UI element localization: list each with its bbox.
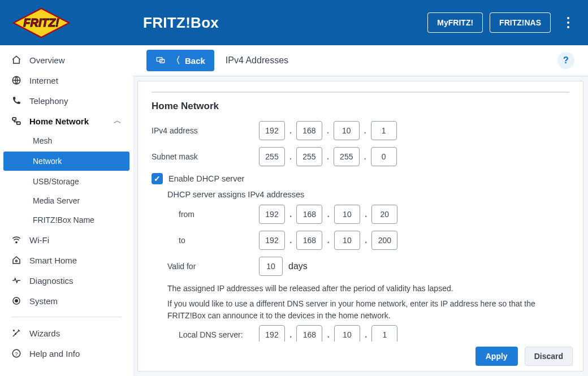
subnet-octet-3[interactable]: [334, 147, 360, 166]
svg-point-10: [15, 334, 16, 335]
myfritz-button[interactable]: MyFRITZ!: [427, 12, 483, 33]
label-dns: Local DNS server:: [179, 330, 259, 339]
sidebar-item-label: Smart Home: [29, 256, 122, 265]
sidebar-item-label: Wi-Fi: [29, 235, 122, 245]
help-button[interactable]: ?: [557, 52, 574, 69]
valid-days-input[interactable]: [259, 257, 283, 276]
svg-text:FRITZ!: FRITZ!: [23, 16, 59, 29]
from-octet-2[interactable]: [296, 205, 322, 224]
dns-octet-4[interactable]: [371, 325, 397, 342]
row-dhcp-to: to . . .: [179, 231, 569, 250]
settings-card: Home Network IPv4 address . . . Subnet m…: [137, 81, 583, 371]
sidebar-item-label: Diagnostics: [29, 276, 122, 286]
ipv4-octet-3[interactable]: [334, 121, 360, 140]
dns-octet-3[interactable]: [334, 325, 360, 342]
ipv4-octet-1[interactable]: [259, 121, 285, 140]
row-enable-dhcp: ✓ Enable DHCP server: [152, 173, 569, 184]
note-dns: If you would like to use a different DNS…: [167, 298, 569, 322]
subnet-octet-2[interactable]: [296, 147, 322, 166]
ipv4-octet-4[interactable]: [371, 121, 397, 140]
wand-icon: [11, 328, 26, 338]
sidebar-sub-usb[interactable]: USB/Storage: [3, 172, 129, 191]
sidebar-sub-mesh[interactable]: Mesh: [3, 131, 129, 150]
row-dhcp-from: from . . .: [179, 205, 569, 224]
divider: [11, 317, 122, 317]
subnet-octet-4[interactable]: [371, 147, 397, 166]
ipv4-octet-2[interactable]: [296, 121, 322, 140]
label-valid: Valid for: [167, 262, 259, 271]
svg-point-6: [16, 260, 18, 262]
help-icon: ?: [11, 348, 26, 358]
chevron-up-icon: ︿: [114, 116, 122, 126]
sidebar-item-system[interactable]: System: [0, 291, 133, 311]
sidebar-sub-network[interactable]: Network: [3, 152, 129, 171]
sidebar-item-wizards[interactable]: Wizards: [0, 323, 133, 343]
product-title: FRITZ!Box: [143, 14, 219, 32]
sidebar-item-diagnostics[interactable]: Diagnostics: [0, 270, 133, 291]
smart-home-icon: [11, 255, 26, 265]
sidebar-item-label: Home Network: [29, 116, 114, 126]
sidebar-item-home-network[interactable]: Home Network ︿: [0, 111, 133, 131]
label-from: from: [179, 210, 259, 219]
label-subnet: Subnet mask: [152, 152, 259, 161]
heartbeat-icon: [11, 275, 26, 286]
home-icon: [11, 55, 26, 65]
sidebar-item-label: Wizards: [29, 329, 122, 338]
fritznas-button[interactable]: FRITZ!NAS: [490, 12, 551, 33]
globe-icon: [11, 75, 26, 85]
row-valid-for: Valid for days: [167, 257, 569, 276]
header-bar: FRITZ! FRITZ!Box MyFRITZ! FRITZ!NAS: [0, 0, 588, 45]
page-title: IPv4 Addresses: [226, 55, 288, 66]
from-octet-4[interactable]: [371, 205, 397, 224]
apply-button[interactable]: Apply: [475, 347, 518, 366]
label-enable-dhcp: Enable DHCP server: [168, 174, 244, 183]
kebab-menu-icon[interactable]: [559, 17, 578, 28]
row-local-dns: Local DNS server: . . .: [179, 325, 569, 342]
discard-button[interactable]: Discard: [525, 347, 573, 366]
sidebar-item-label: Overview: [29, 55, 122, 65]
from-octet-3[interactable]: [334, 205, 360, 224]
svg-point-9: [14, 330, 15, 331]
sidebar-item-telephony[interactable]: Telephony: [0, 90, 133, 111]
back-button[interactable]: 〈 Back: [146, 50, 214, 71]
dns-octet-1[interactable]: [259, 325, 285, 342]
sidebar-item-smart-home[interactable]: Smart Home: [0, 250, 133, 270]
sidebar-sub-name[interactable]: FRITZ!Box Name: [3, 210, 129, 230]
sidebar-sub-media[interactable]: Media Server: [3, 191, 129, 210]
to-octet-1[interactable]: [259, 231, 285, 250]
svg-rect-3: [12, 118, 16, 120]
svg-point-8: [15, 300, 18, 302]
fritz-logo: FRITZ!: [10, 7, 72, 38]
back-label: Back: [185, 56, 205, 66]
svg-point-5: [16, 241, 17, 243]
label-to: to: [179, 236, 259, 245]
sidebar-item-label: Telephony: [29, 96, 122, 106]
section-title: Home Network: [152, 101, 569, 112]
sidebar-item-internet[interactable]: Internet: [0, 70, 133, 90]
sidebar-item-label: Help and Info: [29, 349, 122, 358]
page-topbar: 〈 Back IPv4 Addresses ?: [133, 45, 588, 76]
label-days: days: [288, 261, 308, 271]
subnet-octet-1[interactable]: [259, 147, 285, 166]
to-octet-4[interactable]: [371, 231, 397, 250]
gear-icon: [11, 296, 26, 306]
divider: [152, 92, 569, 93]
card-scroll[interactable]: Home Network IPv4 address . . . Subnet m…: [138, 81, 583, 342]
screen-icon: [155, 56, 166, 65]
network-icon: [11, 116, 26, 126]
sidebar-item-overview[interactable]: Overview: [0, 50, 133, 70]
to-octet-3[interactable]: [334, 231, 360, 250]
sidebar-item-wifi[interactable]: Wi-Fi: [0, 230, 133, 250]
main-area: 〈 Back IPv4 Addresses ? Home Network IPv…: [133, 45, 588, 376]
from-octet-1[interactable]: [259, 205, 285, 224]
label-ipv4: IPv4 address: [152, 126, 259, 135]
dns-octet-2[interactable]: [296, 325, 322, 342]
dhcp-checkbox[interactable]: ✓: [152, 173, 163, 184]
to-octet-2[interactable]: [296, 231, 322, 250]
sidebar-item-help[interactable]: ? Help and Info: [0, 343, 133, 364]
svg-text:?: ?: [15, 351, 18, 357]
wifi-icon: [11, 235, 26, 245]
row-subnet-mask: Subnet mask . . .: [152, 147, 569, 166]
action-bar: Apply Discard: [138, 342, 583, 371]
phone-icon: [11, 96, 26, 106]
